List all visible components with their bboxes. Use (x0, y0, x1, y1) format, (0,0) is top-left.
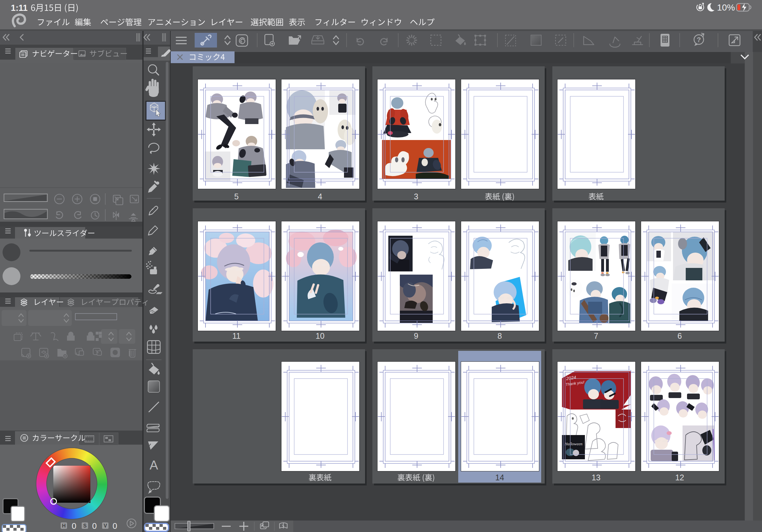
svg-text:12: 12 (675, 473, 684, 482)
svg-text:1:11: 1:11 (11, 3, 28, 13)
svg-text:3: 3 (414, 192, 418, 201)
svg-text:7: 7 (594, 331, 598, 340)
svg-text:H: H (62, 523, 66, 528)
svg-text:V: V (104, 523, 107, 528)
svg-text:5: 5 (234, 192, 239, 201)
svg-text:S: S (83, 523, 87, 528)
svg-text:A: A (150, 458, 158, 472)
svg-text:?: ? (697, 36, 701, 44)
svg-text:10: 10 (316, 331, 325, 340)
svg-text:11: 11 (232, 331, 241, 340)
svg-text:4: 4 (318, 192, 322, 201)
svg-text:0: 0 (72, 521, 76, 531)
svg-text:9: 9 (414, 331, 418, 340)
svg-text:14: 14 (495, 473, 504, 482)
svg-text:6: 6 (677, 331, 682, 340)
svg-text:10%: 10% (717, 3, 735, 13)
svg-text:13: 13 (592, 473, 600, 482)
svg-text:0: 0 (113, 521, 117, 531)
svg-text:8: 8 (497, 331, 502, 340)
svg-text:0: 0 (92, 521, 97, 531)
